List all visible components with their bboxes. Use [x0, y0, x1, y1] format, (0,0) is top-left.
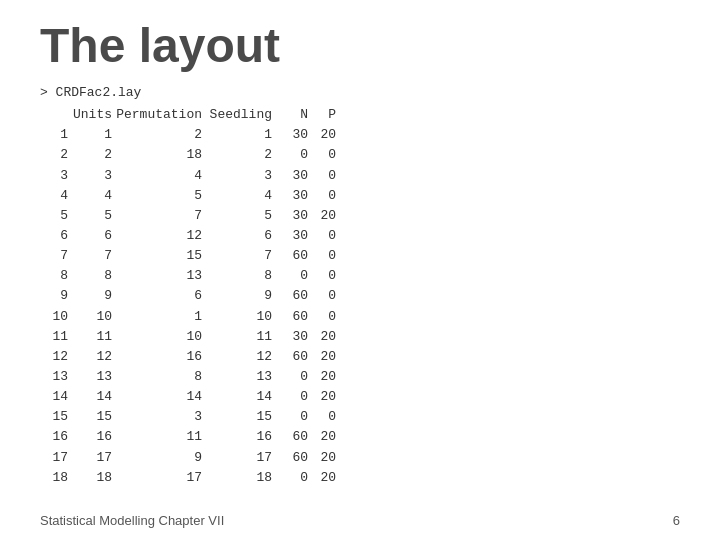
cell-3: 3	[202, 166, 272, 186]
cell-1: 17	[68, 448, 112, 468]
cell-2: 11	[112, 427, 202, 447]
table-row: 3343300	[40, 166, 680, 186]
cell-5: 0	[308, 266, 336, 286]
cell-1: 3	[68, 166, 112, 186]
cell-1: 7	[68, 246, 112, 266]
footer: Statistical Modelling Chapter VII 6	[40, 513, 680, 528]
cell-1: 16	[68, 427, 112, 447]
cell-0: 7	[40, 246, 68, 266]
header-seedling: Seedling	[202, 105, 272, 125]
cell-3: 18	[202, 468, 272, 488]
page-title: The layout	[0, 0, 720, 83]
cell-3: 16	[202, 427, 272, 447]
cell-4: 0	[272, 266, 308, 286]
cell-5: 0	[308, 286, 336, 306]
cell-4: 60	[272, 347, 308, 367]
cell-0: 1	[40, 125, 68, 145]
cell-4: 30	[272, 226, 308, 246]
cell-2: 9	[112, 448, 202, 468]
table-row: 111110113020	[40, 327, 680, 347]
cell-5: 0	[308, 307, 336, 327]
cell-0: 17	[40, 448, 68, 468]
cell-1: 11	[68, 327, 112, 347]
cell-0: 2	[40, 145, 68, 165]
cell-5: 20	[308, 367, 336, 387]
footer-left: Statistical Modelling Chapter VII	[40, 513, 224, 528]
cell-3: 2	[202, 145, 272, 165]
content-area: > CRDFac2.lay UnitsPermutationSeedlingNP…	[0, 83, 720, 488]
cell-3: 1	[202, 125, 272, 145]
table-row: 121216126020	[40, 347, 680, 367]
cell-1: 12	[68, 347, 112, 367]
cell-1: 10	[68, 307, 112, 327]
cell-0: 13	[40, 367, 68, 387]
table-row: 8813800	[40, 266, 680, 286]
cell-2: 14	[112, 387, 202, 407]
table-row: 18181718020	[40, 468, 680, 488]
cell-2: 8	[112, 367, 202, 387]
table-header: UnitsPermutationSeedlingNP	[40, 105, 680, 125]
cell-0: 4	[40, 186, 68, 206]
cell-2: 16	[112, 347, 202, 367]
command-line: > CRDFac2.lay	[40, 83, 680, 103]
cell-2: 5	[112, 186, 202, 206]
header-permutation: Permutation	[112, 105, 202, 125]
table-row: 1010110600	[40, 307, 680, 327]
cell-1: 2	[68, 145, 112, 165]
table-row: 2218200	[40, 145, 680, 165]
cell-0: 3	[40, 166, 68, 186]
cell-4: 30	[272, 327, 308, 347]
cell-1: 18	[68, 468, 112, 488]
table-row: 151531500	[40, 407, 680, 427]
cell-5: 0	[308, 246, 336, 266]
table-row: 4454300	[40, 186, 680, 206]
cell-4: 30	[272, 206, 308, 226]
cell-4: 0	[272, 407, 308, 427]
cell-4: 60	[272, 307, 308, 327]
cell-5: 20	[308, 427, 336, 447]
cell-3: 13	[202, 367, 272, 387]
cell-3: 15	[202, 407, 272, 427]
table-row: 66126300	[40, 226, 680, 246]
cell-2: 7	[112, 206, 202, 226]
cell-3: 10	[202, 307, 272, 327]
cell-4: 0	[272, 468, 308, 488]
footer-right: 6	[673, 513, 680, 528]
cell-3: 17	[202, 448, 272, 468]
cell-0: 5	[40, 206, 68, 226]
cell-4: 30	[272, 186, 308, 206]
cell-3: 14	[202, 387, 272, 407]
cell-1: 13	[68, 367, 112, 387]
cell-5: 0	[308, 166, 336, 186]
cell-0: 9	[40, 286, 68, 306]
cell-5: 0	[308, 145, 336, 165]
cell-2: 6	[112, 286, 202, 306]
table-row: 11213020	[40, 125, 680, 145]
table-row: 161611166020	[40, 427, 680, 447]
cell-1: 14	[68, 387, 112, 407]
data-table: UnitsPermutationSeedlingNP11213020221820…	[40, 105, 680, 488]
table-row: 17179176020	[40, 448, 680, 468]
cell-0: 18	[40, 468, 68, 488]
cell-5: 20	[308, 468, 336, 488]
cell-4: 0	[272, 145, 308, 165]
cell-2: 17	[112, 468, 202, 488]
cell-2: 15	[112, 246, 202, 266]
cell-2: 3	[112, 407, 202, 427]
cell-5: 20	[308, 125, 336, 145]
cell-4: 60	[272, 427, 308, 447]
cell-2: 10	[112, 327, 202, 347]
cell-5: 0	[308, 407, 336, 427]
cell-2: 4	[112, 166, 202, 186]
header-p: P	[308, 105, 336, 125]
cell-5: 20	[308, 448, 336, 468]
table-row: 1313813020	[40, 367, 680, 387]
cell-4: 30	[272, 125, 308, 145]
header-units: Units	[68, 105, 112, 125]
cell-2: 18	[112, 145, 202, 165]
cell-1: 6	[68, 226, 112, 246]
table-row: 9969600	[40, 286, 680, 306]
cell-5: 20	[308, 327, 336, 347]
cell-2: 1	[112, 307, 202, 327]
cell-3: 6	[202, 226, 272, 246]
